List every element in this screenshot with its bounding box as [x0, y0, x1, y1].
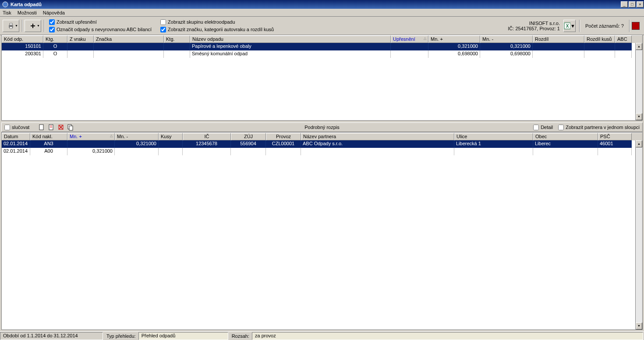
- chk-slucovat[interactable]: slučovat: [4, 124, 29, 131]
- col-bot-mnplus[interactable]: Mn. + △: [67, 133, 115, 140]
- window-title: Karta odpadů: [11, 2, 620, 7]
- close-button[interactable]: ×: [637, 1, 644, 7]
- col-kod-odp[interactable]: Kód odp.: [2, 36, 43, 43]
- delete-icon[interactable]: [57, 124, 64, 131]
- col-datum[interactable]: Datum: [2, 133, 30, 140]
- col-partner[interactable]: Název partnera: [301, 133, 454, 140]
- top-grid: Kód odp. Ktg. Z vraku Značka Ktg. Název …: [1, 35, 643, 121]
- scroll-down-icon[interactable]: ▼: [636, 113, 642, 120]
- col-kod-nakl[interactable]: Kód nakl.: [30, 133, 67, 140]
- menu-tisk[interactable]: Tisk: [3, 10, 11, 15]
- bottom-grid-header: Datum Kód nakl. Mn. + △ Mn. - Kusy IČ ZÚ…: [2, 132, 642, 140]
- edit-icon[interactable]: [48, 124, 55, 131]
- chk-detail[interactable]: Detail: [533, 124, 553, 131]
- print-button[interactable]: ▼: [3, 20, 19, 32]
- menu-moznosti[interactable]: Možnosti: [18, 10, 37, 15]
- svg-text:X: X: [566, 24, 569, 29]
- expand-button[interactable]: ▼: [25, 20, 41, 32]
- new-icon[interactable]: [38, 124, 45, 131]
- printer-icon: [7, 22, 14, 29]
- col-upresneni[interactable]: Upřesnění △: [391, 36, 428, 43]
- svg-rect-5: [32, 24, 33, 28]
- top-scrollbar[interactable]: ▲ ▼: [635, 43, 642, 120]
- top-grid-header: Kód odp. Ktg. Z vraku Značka Ktg. Název …: [2, 35, 642, 43]
- col-ktg2[interactable]: Ktg.: [164, 36, 190, 43]
- col-ic[interactable]: IČ: [183, 133, 231, 140]
- midbar: slučovat Podrobný rozpis Detail Zobrazit…: [1, 122, 643, 132]
- menu-napoveda[interactable]: Nápověda: [43, 10, 65, 15]
- table-row[interactable]: 02.01.2014 A00 0,321000: [2, 148, 635, 155]
- scroll-up-icon[interactable]: ▲: [636, 43, 642, 50]
- col-obec[interactable]: Obec: [533, 133, 598, 140]
- status-rozsah-label: Rozsah:: [229, 333, 252, 339]
- status-obdobi: Období od 1.1.2014 do 31.12.2014: [0, 332, 103, 340]
- top-grid-body[interactable]: 150101 O Papírové a lepenkové obaly 0,32…: [2, 43, 635, 120]
- menubar: Tisk Možnosti Nápověda: [0, 9, 644, 17]
- plus-icon: [29, 22, 36, 29]
- table-row[interactable]: 200301 O Směsný komunální odpad 0,698000…: [2, 50, 635, 58]
- chk-abc[interactable]: Označit odpady s nevyrovnanou ABC bilanc…: [49, 26, 152, 33]
- col-ulice[interactable]: Ulice: [454, 133, 533, 140]
- col-zuj[interactable]: ZÚJ: [231, 133, 266, 140]
- svg-rect-12: [69, 126, 73, 130]
- col-provoz[interactable]: Provoz: [266, 133, 301, 140]
- col-psc[interactable]: PSČ: [598, 133, 632, 140]
- status-rozsah-value: za provoz: [252, 332, 643, 340]
- svg-point-0: [3, 2, 8, 7]
- col-ktg1[interactable]: Ktg.: [43, 36, 67, 43]
- table-row[interactable]: 150101 O Papírové a lepenkové obaly 0,32…: [2, 43, 635, 50]
- table-row[interactable]: 02.01.2014 AN3 0,321000 12345678 556904 …: [2, 140, 635, 148]
- close-panel-button[interactable]: [632, 22, 640, 30]
- svg-rect-2: [10, 23, 12, 25]
- bottom-scrollbar[interactable]: ▲ ▼: [635, 140, 642, 329]
- col-abc[interactable]: ABC: [615, 36, 632, 43]
- bottom-grid: Datum Kód nakl. Mn. + △ Mn. - Kusy IČ ZÚ…: [1, 132, 643, 330]
- svg-rect-8: [39, 125, 43, 130]
- bottom-grid-body[interactable]: 02.01.2014 AN3 0,321000 12345678 556904 …: [2, 140, 635, 329]
- company-info: INISOFT s.r.o. IČ: 25417657, Provoz: 1: [508, 21, 560, 31]
- col-bot-mnminus[interactable]: Mn. -: [115, 133, 159, 140]
- col-nazev[interactable]: Název odpadu: [190, 36, 391, 43]
- scroll-up-icon[interactable]: ▲: [636, 140, 642, 147]
- status-typ-value: Přehled odpadů: [138, 332, 228, 340]
- midbar-title: Podrobný rozpis: [304, 125, 340, 130]
- records-count: Počet záznamů: ?: [585, 23, 624, 29]
- excel-icon: X: [564, 22, 570, 29]
- scroll-down-icon[interactable]: ▼: [636, 322, 642, 329]
- toolbar: ▼ ▼ Zobrazit upřesnění Označit odpady s …: [0, 17, 644, 35]
- status-typ-label: Typ přehledu:: [104, 333, 138, 339]
- col-zvraku[interactable]: Z vraku: [67, 36, 94, 43]
- copy-icon[interactable]: [67, 124, 74, 131]
- excel-button[interactable]: X ▼: [563, 20, 576, 32]
- chk-upresneni[interactable]: Zobrazit upřesnění: [49, 18, 152, 26]
- titlebar: Karta odpadů _ □ ×: [0, 0, 644, 9]
- app-icon: [2, 1, 9, 8]
- svg-rect-3: [10, 27, 12, 29]
- chk-znacku[interactable]: Zobrazit značku, kategorii autovraku a r…: [160, 26, 274, 33]
- col-mnminus[interactable]: Mn. -: [480, 36, 533, 43]
- col-mnplus[interactable]: Mn. +: [428, 36, 480, 43]
- statusbar: Období od 1.1.2014 do 31.12.2014 Typ pře…: [0, 331, 644, 340]
- chk-elektro[interactable]: Zobrazit skupinu elektroodpadu: [160, 18, 274, 26]
- minimize-button[interactable]: _: [621, 1, 628, 7]
- col-kusy[interactable]: Kusy: [159, 133, 183, 140]
- maximize-button[interactable]: □: [629, 1, 636, 7]
- col-rozdil[interactable]: Rozdíl: [533, 36, 584, 43]
- col-rozdil-kusu[interactable]: Rozdíl kusů: [584, 36, 615, 43]
- chk-partner-sloupec[interactable]: Zobrazit partnera v jednom sloupci: [558, 124, 640, 131]
- col-znacka[interactable]: Značka: [94, 36, 164, 43]
